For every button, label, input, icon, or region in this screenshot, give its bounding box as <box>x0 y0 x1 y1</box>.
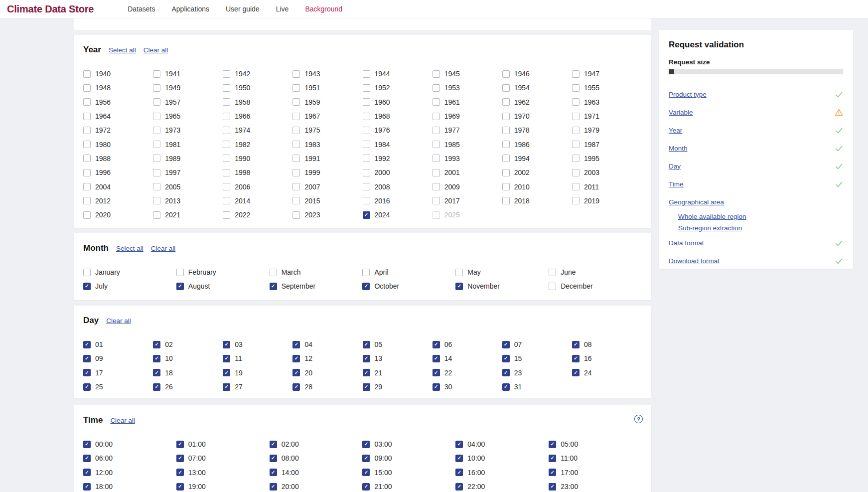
checkbox-year-1975[interactable]: 1975 <box>292 126 362 134</box>
checkbox-time-22-00[interactable]: ✓22:00 <box>455 483 549 491</box>
checkbox-time-03-00[interactable]: ✓03:00 <box>362 440 455 448</box>
checkbox-time-00-00[interactable]: ✓00:00 <box>83 440 176 448</box>
checkbox-day-27[interactable]: ✓27 <box>223 383 292 391</box>
checkbox-time-21-00[interactable]: ✓21:00 <box>362 483 455 491</box>
checkbox-year-1953[interactable]: 1953 <box>433 84 502 92</box>
checkbox-year-1952[interactable]: 1952 <box>363 84 433 92</box>
checkbox-day-21[interactable]: ✓21 <box>363 369 433 377</box>
select-all-link[interactable]: Select all <box>109 46 136 54</box>
validation-link-data-format[interactable]: Data format <box>669 239 704 247</box>
checkbox-year-2020[interactable]: 2020 <box>83 211 153 219</box>
validation-link-variable[interactable]: Variable <box>669 109 693 116</box>
checkbox-year-1940[interactable]: 1940 <box>83 70 153 78</box>
checkbox-month-july[interactable]: ✓July <box>83 282 176 290</box>
checkbox-year-1973[interactable]: 1973 <box>153 126 223 134</box>
checkbox-year-1968[interactable]: 1968 <box>363 112 433 120</box>
checkbox-time-04-00[interactable]: ✓04:00 <box>455 440 549 448</box>
checkbox-day-25[interactable]: ✓25 <box>83 383 153 391</box>
checkbox-month-january[interactable]: January <box>83 268 176 276</box>
checkbox-time-19-00[interactable]: ✓19:00 <box>176 483 270 491</box>
checkbox-day-09[interactable]: ✓09 <box>83 354 153 362</box>
checkbox-month-february[interactable]: February <box>176 268 270 276</box>
checkbox-year-1956[interactable]: 1956 <box>83 98 153 106</box>
checkbox-year-2017[interactable]: 2017 <box>433 197 502 205</box>
checkbox-year-1958[interactable]: 1958 <box>223 98 292 106</box>
checkbox-month-november[interactable]: ✓November <box>455 282 549 290</box>
checkbox-year-1943[interactable]: 1943 <box>292 70 362 78</box>
checkbox-year-2003[interactable]: 2003 <box>572 168 642 176</box>
checkbox-time-02-00[interactable]: ✓02:00 <box>270 440 363 448</box>
checkbox-year-1990[interactable]: 1990 <box>223 155 292 163</box>
nav-item-background[interactable]: Background <box>305 5 342 13</box>
checkbox-year-2019[interactable]: 2019 <box>572 197 642 205</box>
checkbox-year-1955[interactable]: 1955 <box>572 84 642 92</box>
checkbox-year-2015[interactable]: 2015 <box>292 197 362 205</box>
checkbox-year-1977[interactable]: 1977 <box>433 126 502 134</box>
checkbox-year-1944[interactable]: 1944 <box>363 70 433 78</box>
checkbox-year-1946[interactable]: 1946 <box>502 70 572 78</box>
checkbox-year-2024[interactable]: ✓2024 <box>363 211 433 219</box>
checkbox-time-20-00[interactable]: ✓20:00 <box>270 483 363 491</box>
checkbox-year-1972[interactable]: 1972 <box>83 126 153 134</box>
checkbox-year-2021[interactable]: 2021 <box>153 211 223 219</box>
checkbox-month-september[interactable]: ✓September <box>270 282 363 290</box>
checkbox-year-1962[interactable]: 1962 <box>502 98 572 106</box>
checkbox-year-1984[interactable]: 1984 <box>363 141 433 149</box>
checkbox-year-2023[interactable]: 2023 <box>292 211 362 219</box>
checkbox-year-1983[interactable]: 1983 <box>292 141 362 149</box>
checkbox-time-05-00[interactable]: ✓05:00 <box>549 440 642 448</box>
checkbox-day-07[interactable]: ✓07 <box>502 340 572 348</box>
validation-link-whole-available-region[interactable]: Whole available region <box>678 213 746 220</box>
checkbox-year-1970[interactable]: 1970 <box>502 112 572 120</box>
checkbox-year-2004[interactable]: 2004 <box>83 183 153 191</box>
checkbox-day-05[interactable]: ✓05 <box>363 340 433 348</box>
validation-link-day[interactable]: Day <box>669 163 681 170</box>
checkbox-year-1971[interactable]: 1971 <box>572 112 642 120</box>
checkbox-year-2011[interactable]: 2011 <box>572 183 642 191</box>
checkbox-day-08[interactable]: ✓08 <box>572 340 642 348</box>
checkbox-time-13-00[interactable]: ✓13:00 <box>176 469 270 477</box>
checkbox-year-2007[interactable]: 2007 <box>292 183 362 191</box>
checkbox-year-1960[interactable]: 1960 <box>363 98 433 106</box>
checkbox-year-2001[interactable]: 2001 <box>433 168 502 176</box>
checkbox-day-11[interactable]: ✓11 <box>223 354 292 362</box>
checkbox-year-1949[interactable]: 1949 <box>153 84 223 92</box>
checkbox-year-1985[interactable]: 1985 <box>433 141 502 149</box>
checkbox-year-2016[interactable]: 2016 <box>363 197 433 205</box>
clear-all-link[interactable]: Clear all <box>106 317 131 325</box>
checkbox-year-1947[interactable]: 1947 <box>572 70 642 78</box>
checkbox-year-1979[interactable]: 1979 <box>572 126 642 134</box>
checkbox-month-may[interactable]: May <box>455 268 549 276</box>
checkbox-day-22[interactable]: ✓22 <box>433 369 502 377</box>
checkbox-time-06-00[interactable]: ✓06:00 <box>83 454 176 462</box>
checkbox-year-1961[interactable]: 1961 <box>433 98 502 106</box>
checkbox-year-2012[interactable]: 2012 <box>83 197 153 205</box>
checkbox-time-09-00[interactable]: ✓09:00 <box>362 454 455 462</box>
checkbox-year-1959[interactable]: 1959 <box>292 98 362 106</box>
validation-link-time[interactable]: Time <box>669 180 684 188</box>
checkbox-time-18-00[interactable]: ✓18:00 <box>83 483 176 491</box>
checkbox-year-1942[interactable]: 1942 <box>223 70 292 78</box>
checkbox-time-14-00[interactable]: ✓14:00 <box>270 469 363 477</box>
checkbox-month-august[interactable]: ✓August <box>176 282 270 290</box>
select-all-link[interactable]: Select all <box>116 245 144 252</box>
checkbox-time-01-00[interactable]: ✓01:00 <box>176 440 270 448</box>
checkbox-year-1963[interactable]: 1963 <box>572 98 642 106</box>
checkbox-year-1978[interactable]: 1978 <box>502 126 572 134</box>
checkbox-day-10[interactable]: ✓10 <box>153 354 223 362</box>
checkbox-year-1965[interactable]: 1965 <box>153 112 223 120</box>
checkbox-year-2013[interactable]: 2013 <box>153 197 223 205</box>
checkbox-year-1981[interactable]: 1981 <box>153 141 223 149</box>
checkbox-day-14[interactable]: ✓14 <box>433 354 502 362</box>
checkbox-year-1999[interactable]: 1999 <box>292 168 362 176</box>
checkbox-day-04[interactable]: ✓04 <box>292 340 362 348</box>
checkbox-day-16[interactable]: ✓16 <box>572 354 642 362</box>
checkbox-year-1997[interactable]: 1997 <box>153 168 223 176</box>
validation-link-year[interactable]: Year <box>669 127 682 134</box>
checkbox-year-1951[interactable]: 1951 <box>292 84 362 92</box>
checkbox-year-1945[interactable]: 1945 <box>433 70 502 78</box>
validation-link-product-type[interactable]: Product type <box>669 91 707 98</box>
checkbox-time-10-00[interactable]: ✓10:00 <box>455 454 549 462</box>
app-logo[interactable]: Climate Data Store <box>7 3 94 15</box>
checkbox-year-2002[interactable]: 2002 <box>502 168 572 176</box>
